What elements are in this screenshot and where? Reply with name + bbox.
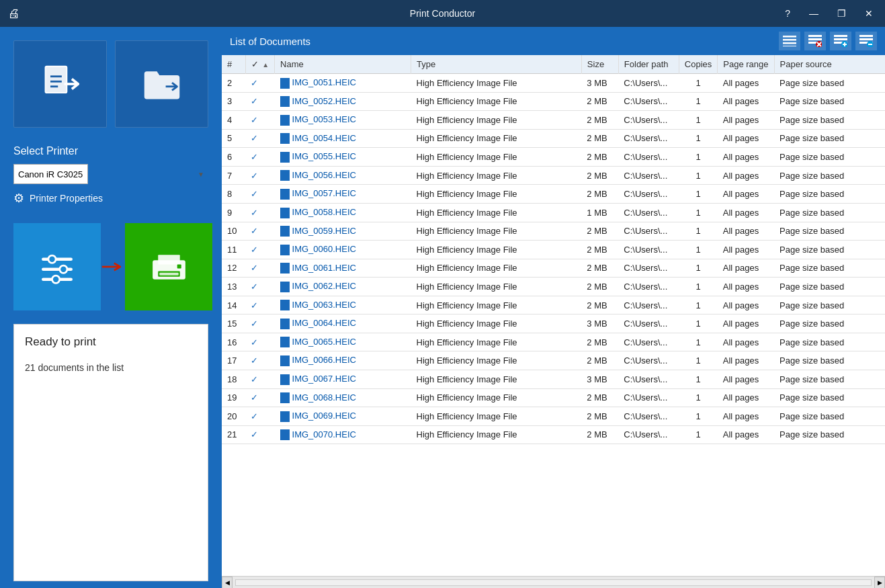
- table-row[interactable]: 3✓IMG_0052.HEICHigh Efficiency Image Fil…: [222, 92, 885, 111]
- file-icon: [280, 374, 290, 385]
- table-row[interactable]: 20✓IMG_0069.HEICHigh Efficiency Image Fi…: [222, 407, 885, 426]
- restore-button[interactable]: ❐: [833, 7, 850, 20]
- cell-check[interactable]: ✓: [245, 314, 275, 333]
- col-header-papersource[interactable]: Paper source: [774, 55, 885, 74]
- cell-check[interactable]: ✓: [245, 129, 275, 148]
- cell-copies: 1: [679, 148, 717, 167]
- cell-check[interactable]: ✓: [245, 259, 275, 278]
- print-settings-tile[interactable]: [13, 223, 101, 310]
- col-header-type[interactable]: Type: [411, 55, 582, 74]
- cell-name[interactable]: IMG_0063.HEIC: [275, 296, 411, 314]
- col-header-copies[interactable]: Copies: [679, 55, 717, 74]
- printer-properties-button[interactable]: ⚙ Printer Properties: [13, 191, 208, 206]
- table-row[interactable]: 2✓IMG_0051.HEICHigh Efficiency Image Fil…: [222, 74, 885, 93]
- table-row[interactable]: 14✓IMG_0063.HEICHigh Efficiency Image Fi…: [222, 296, 885, 314]
- cell-check[interactable]: ✓: [245, 203, 275, 222]
- cell-check[interactable]: ✓: [245, 425, 275, 444]
- cell-check[interactable]: ✓: [245, 241, 275, 259]
- table-row[interactable]: 11✓IMG_0060.HEICHigh Efficiency Image Fi…: [222, 241, 885, 259]
- table-row[interactable]: 16✓IMG_0065.HEICHigh Efficiency Image Fi…: [222, 333, 885, 351]
- table-row[interactable]: 19✓IMG_0068.HEICHigh Efficiency Image Fi…: [222, 388, 885, 407]
- table-row[interactable]: 15✓IMG_0064.HEICHigh Efficiency Image Fi…: [222, 314, 885, 333]
- cell-name[interactable]: IMG_0061.HEIC: [275, 259, 411, 278]
- app-title: Print Conductor: [410, 8, 475, 19]
- cell-name[interactable]: IMG_0070.HEIC: [275, 425, 411, 444]
- file-icon: [280, 152, 290, 163]
- cell-size: 2 MB: [581, 129, 618, 148]
- cell-check[interactable]: ✓: [245, 278, 275, 296]
- cell-check[interactable]: ✓: [245, 407, 275, 426]
- cell-name[interactable]: IMG_0065.HEIC: [275, 333, 411, 351]
- scroll-thumb[interactable]: [235, 579, 872, 586]
- cell-name[interactable]: IMG_0055.HEIC: [275, 148, 411, 167]
- cell-name[interactable]: IMG_0052.HEIC: [275, 92, 411, 111]
- table-row[interactable]: 17✓IMG_0066.HEICHigh Efficiency Image Fi…: [222, 351, 885, 370]
- cell-check[interactable]: ✓: [245, 388, 275, 407]
- cell-name[interactable]: IMG_0054.HEIC: [275, 129, 411, 148]
- table-row[interactable]: 21✓IMG_0070.HEICHigh Efficiency Image Fi…: [222, 425, 885, 444]
- help-button[interactable]: ?: [781, 7, 794, 20]
- cell-check[interactable]: ✓: [245, 92, 275, 111]
- list-action-menu-button[interactable]: [779, 32, 800, 50]
- cell-check[interactable]: ✓: [245, 333, 275, 351]
- list-action-buttons: [779, 32, 877, 50]
- cell-name[interactable]: IMG_0051.HEIC: [275, 74, 411, 93]
- cell-check[interactable]: ✓: [245, 351, 275, 370]
- list-action-remove-button[interactable]: [855, 32, 877, 50]
- col-header-name[interactable]: Name: [275, 55, 411, 74]
- cell-name[interactable]: IMG_0066.HEIC: [275, 351, 411, 370]
- table-row[interactable]: 18✓IMG_0067.HEICHigh Efficiency Image Fi…: [222, 370, 885, 389]
- cell-num: 10: [222, 222, 245, 241]
- col-header-folder[interactable]: Folder path: [618, 55, 679, 74]
- cell-check[interactable]: ✓: [245, 370, 275, 389]
- table-row[interactable]: 5✓IMG_0054.HEICHigh Efficiency Image Fil…: [222, 129, 885, 148]
- cell-check[interactable]: ✓: [245, 148, 275, 167]
- minimize-button[interactable]: —: [805, 7, 823, 20]
- cell-check[interactable]: ✓: [245, 296, 275, 314]
- file-name: IMG_0057.HEIC: [292, 188, 356, 198]
- print-button-tile[interactable]: [125, 223, 212, 310]
- table-row[interactable]: 9✓IMG_0058.HEICHigh Efficiency Image Fil…: [222, 203, 885, 222]
- col-header-size[interactable]: Size: [581, 55, 618, 74]
- printer-select[interactable]: Canon iR C3025: [13, 164, 88, 184]
- cell-name[interactable]: IMG_0067.HEIC: [275, 370, 411, 389]
- scroll-left-button[interactable]: ◀: [222, 577, 233, 589]
- table-row[interactable]: 8✓IMG_0057.HEICHigh Efficiency Image Fil…: [222, 185, 885, 204]
- titlebar-controls: ? — ❐ ✕: [781, 7, 877, 20]
- cell-folder: C:\Users\...: [618, 425, 679, 444]
- cell-name[interactable]: IMG_0059.HEIC: [275, 222, 411, 241]
- table-row[interactable]: 10✓IMG_0059.HEICHigh Efficiency Image Fi…: [222, 222, 885, 241]
- table-row[interactable]: 4✓IMG_0053.HEICHigh Efficiency Image Fil…: [222, 111, 885, 130]
- cell-name[interactable]: IMG_0060.HEIC: [275, 241, 411, 259]
- horizontal-scrollbar-track[interactable]: [233, 577, 874, 588]
- col-header-check[interactable]: ✓ ▲: [245, 55, 275, 74]
- add-files-tile[interactable]: [13, 40, 107, 128]
- table-row[interactable]: 7✓IMG_0056.HEICHigh Efficiency Image Fil…: [222, 166, 885, 185]
- cell-name[interactable]: IMG_0058.HEIC: [275, 203, 411, 222]
- open-list-tile[interactable]: [115, 40, 208, 128]
- cell-name[interactable]: IMG_0069.HEIC: [275, 407, 411, 426]
- documents-table-container[interactable]: # ✓ ▲ Name Type Size Folder path Copies …: [222, 55, 885, 576]
- cell-name[interactable]: IMG_0053.HEIC: [275, 111, 411, 130]
- col-header-pagerange[interactable]: Page range: [718, 55, 774, 74]
- cell-name[interactable]: IMG_0064.HEIC: [275, 314, 411, 333]
- cell-name[interactable]: IMG_0056.HEIC: [275, 166, 411, 185]
- cell-check[interactable]: ✓: [245, 111, 275, 130]
- table-row[interactable]: 13✓IMG_0062.HEICHigh Efficiency Image Fi…: [222, 278, 885, 296]
- cell-check[interactable]: ✓: [245, 222, 275, 241]
- col-header-num[interactable]: #: [222, 55, 245, 74]
- cell-name[interactable]: IMG_0057.HEIC: [275, 185, 411, 204]
- scroll-right-button[interactable]: ▶: [874, 577, 885, 589]
- list-action-add-button[interactable]: [830, 32, 851, 50]
- bottom-scrollbar[interactable]: ◀ ▶: [222, 576, 885, 588]
- cell-check[interactable]: ✓: [245, 166, 275, 185]
- close-button[interactable]: ✕: [861, 7, 877, 20]
- table-row[interactable]: 12✓IMG_0061.HEICHigh Efficiency Image Fi…: [222, 259, 885, 278]
- table-row[interactable]: 6✓IMG_0055.HEICHigh Efficiency Image Fil…: [222, 148, 885, 167]
- cell-name[interactable]: IMG_0068.HEIC: [275, 388, 411, 407]
- cell-check[interactable]: ✓: [245, 74, 275, 93]
- cell-check[interactable]: ✓: [245, 185, 275, 204]
- cell-name[interactable]: IMG_0062.HEIC: [275, 278, 411, 296]
- list-action-clear-button[interactable]: [804, 32, 826, 50]
- svg-rect-16: [177, 264, 181, 268]
